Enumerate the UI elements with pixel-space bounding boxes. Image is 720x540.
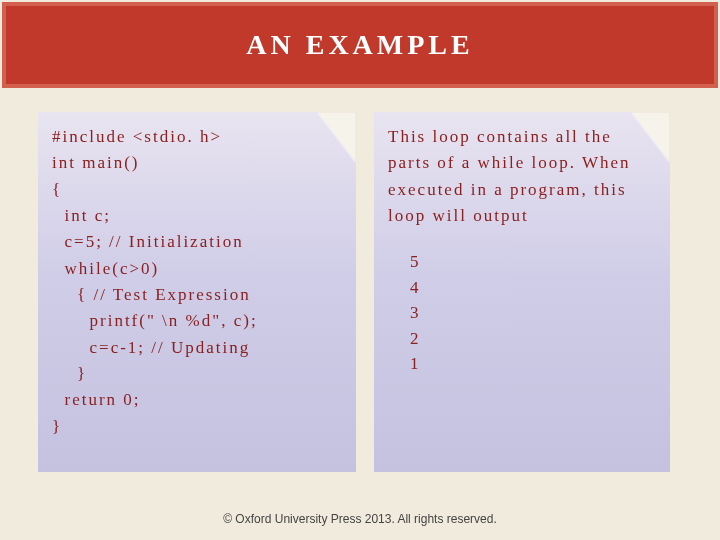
page-title: AN EXAMPLE	[246, 29, 473, 61]
explanation-panel: This loop contains all the parts of a wh…	[374, 112, 670, 472]
output-line: 2	[410, 326, 656, 352]
footer-text: © Oxford University Press 2013. All righ…	[0, 512, 720, 526]
output-line: 3	[410, 300, 656, 326]
output-line: 1	[410, 351, 656, 377]
code-block: #include <stdio. h> int main() { int c; …	[52, 124, 342, 440]
title-bar: AN EXAMPLE	[2, 2, 718, 88]
output-list: 5 4 3 2 1	[388, 249, 656, 377]
output-line: 4	[410, 275, 656, 301]
code-panel: #include <stdio. h> int main() { int c; …	[38, 112, 356, 472]
description-text: This loop contains all the parts of a wh…	[388, 124, 656, 229]
output-line: 5	[410, 249, 656, 275]
content-area: #include <stdio. h> int main() { int c; …	[0, 90, 720, 482]
